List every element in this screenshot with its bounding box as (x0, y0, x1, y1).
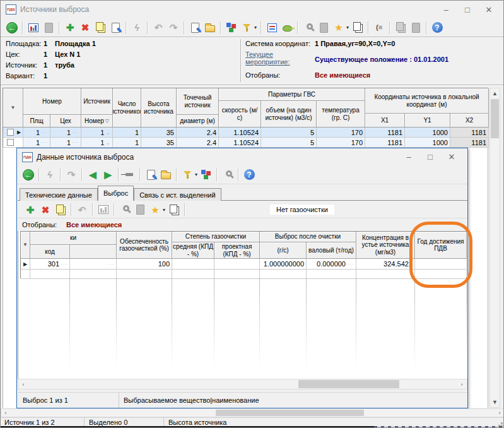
col-header-x2[interactable]: X2 (450, 114, 489, 128)
cell-gs[interactable]: 1.000000000 (260, 259, 307, 270)
empty-cell[interactable] (307, 270, 356, 279)
paste-page-button[interactable] (408, 20, 423, 35)
cell-skorost[interactable]: 1.10524 (219, 128, 261, 138)
scroll-left-button[interactable]: ‹ (18, 379, 28, 389)
filter-button[interactable] (180, 167, 195, 182)
open-folder-button[interactable] (158, 167, 173, 182)
transfer-button[interactable] (224, 20, 239, 35)
minimize-button[interactable]: – (435, 5, 457, 15)
dialog-minimize-button[interactable]: – (398, 152, 419, 162)
cell-konc[interactable]: 324.5421 (356, 259, 415, 270)
blank-document-button[interactable] (132, 202, 148, 217)
empty-cell[interactable] (356, 270, 415, 279)
main-vertical-scrollbar[interactable]: ▲ ▼ (489, 88, 500, 408)
col-header-obesp[interactable]: Обеспеченность газоочисткой (%) (117, 232, 172, 259)
row-selector[interactable] (3, 138, 23, 148)
tab-svyaz[interactable]: Связь с ист. выделений (134, 188, 221, 201)
col-group-stepen[interactable]: Степень газоочистки (172, 232, 260, 242)
grid-selector-header[interactable]: ▼ (21, 232, 30, 259)
resize-grip[interactable] (501, 422, 503, 424)
scroll-left-button[interactable]: ‹ (1, 409, 10, 417)
empty-cell[interactable] (117, 270, 172, 279)
recalculate-button[interactable]: ϟ (129, 20, 144, 35)
undo-button[interactable]: ↷ (64, 167, 79, 182)
report-grid-button[interactable] (26, 20, 41, 35)
tab-vybros[interactable]: Выброс (98, 186, 134, 201)
filter-button[interactable] (239, 20, 254, 35)
edit-document-button[interactable]: ✎ (187, 20, 202, 35)
copy-button[interactable] (93, 20, 108, 35)
col-header-plm[interactable]: Плщ (23, 115, 50, 128)
cell-skorost[interactable]: 1.10524 (219, 138, 261, 148)
grid-selector-header[interactable]: ▼ (3, 88, 23, 128)
selector-dropdown-icon[interactable]: ▼ (11, 105, 16, 110)
cell-ceh[interactable]: 1··· (50, 138, 81, 148)
scroll-up-button[interactable]: ▲ (490, 88, 500, 98)
col-header-chislo[interactable]: Число источников (113, 88, 141, 128)
cell-temp[interactable]: 170 (317, 128, 365, 138)
cell-nomer[interactable]: 1⌄ (81, 138, 113, 148)
col-header-valovyy[interactable]: валовый (т/год) (307, 242, 356, 259)
scrollbar-thumb[interactable] (216, 410, 364, 416)
cell-x1[interactable]: 1181 (365, 128, 405, 138)
grid-report-button[interactable] (96, 202, 111, 217)
new-document-button[interactable] (41, 20, 56, 35)
blank-document-button[interactable] (316, 20, 331, 35)
cell-diametr[interactable]: 2.4 (177, 138, 219, 148)
empty-cell[interactable] (415, 270, 467, 279)
cell-vysota[interactable]: 35 (141, 138, 177, 148)
help-button[interactable]: ? (242, 167, 257, 182)
cell-obyem[interactable]: 5 (261, 128, 317, 138)
col-header-gs[interactable]: (г/с) (260, 242, 307, 259)
delete-button[interactable]: ✖ (78, 20, 93, 35)
cell-plm[interactable]: 1··· (23, 138, 50, 148)
undo-button[interactable]: ↶ (74, 202, 90, 217)
delete-emission-button[interactable]: ✖ (38, 202, 53, 217)
cell-plm[interactable]: 1··· (23, 128, 50, 138)
selector-dropdown-icon[interactable]: ▼ (23, 242, 28, 247)
pin-button[interactable] (122, 167, 137, 182)
cell-y1[interactable]: 1000 (405, 138, 450, 148)
cell-chislo[interactable]: 1 (113, 138, 141, 148)
settings-checklist-button[interactable] (264, 20, 279, 35)
scroll-down-button[interactable]: ▼ (490, 397, 500, 407)
scroll-right-button[interactable]: › (495, 409, 504, 417)
recalculate-button[interactable]: ϟ (42, 167, 57, 182)
col-header-name[interactable] (70, 245, 117, 259)
scroll-right-button[interactable]: › (457, 379, 467, 389)
dialog-horizontal-scrollbar[interactable]: ‹ › (18, 379, 467, 389)
filter-dropdown[interactable]: ▾ (254, 25, 257, 30)
col-header-temp[interactable]: температура (гр. С) (317, 101, 365, 128)
open-folder-button[interactable] (202, 20, 218, 35)
cell-ceh[interactable]: 1··· (50, 128, 81, 138)
cell-x2[interactable]: 1181 (450, 138, 489, 148)
transfer-button[interactable] (199, 167, 214, 182)
add-emission-button[interactable]: ✚ (23, 202, 38, 217)
back-button[interactable]: ← (21, 167, 36, 182)
col-group-vybros[interactable]: Выброс после очистки (260, 232, 356, 242)
edit-document-button[interactable]: ✎ (143, 167, 158, 182)
cell-obyem[interactable]: 5 (261, 138, 317, 148)
prev-record-button[interactable]: ◀ (85, 167, 100, 182)
cell-y1[interactable]: 1000 (405, 128, 450, 138)
col-group-nomer[interactable]: Номер (23, 88, 81, 115)
empty-cell[interactable] (30, 270, 70, 279)
redo-button[interactable]: ↷ (166, 20, 181, 35)
search-button[interactable] (220, 167, 235, 182)
row-selector[interactable] (21, 270, 30, 279)
row-selector[interactable]: ▶ (21, 259, 30, 270)
search-button[interactable] (301, 20, 316, 35)
edit-record-button[interactable]: ✎ (108, 20, 123, 35)
help-button[interactable]: ? (430, 20, 445, 35)
cell-temp[interactable]: 170 (317, 138, 365, 148)
dialog-maximize-button[interactable]: □ (419, 152, 441, 162)
row-selector[interactable]: ▶ (3, 128, 23, 138)
cell-x1[interactable]: 1181 (365, 138, 405, 148)
empty-cell[interactable] (70, 270, 117, 279)
col-group-tochechny[interactable]: Точечный источник (177, 88, 219, 115)
empty-cell[interactable] (260, 270, 307, 279)
back-button[interactable]: ← (4, 20, 20, 35)
col-header-nomer[interactable]: Номер▽ (81, 115, 113, 128)
col-header-srednyaya[interactable]: средняя (КПД - %) (172, 242, 214, 259)
next-record-button[interactable]: ▶ (100, 167, 115, 182)
